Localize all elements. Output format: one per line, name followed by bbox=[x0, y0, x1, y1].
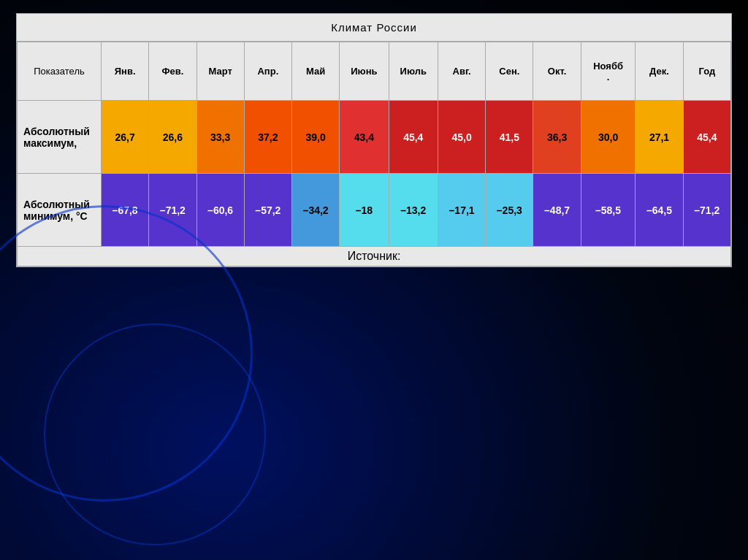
col-header-dec: Дек. bbox=[636, 42, 683, 101]
min-row: Абсолютный минимум, °С–67,8–71,2–60,6–57… bbox=[18, 174, 731, 247]
data-cell: –64,5 bbox=[636, 174, 683, 247]
data-cell: –71,2 bbox=[683, 174, 730, 247]
data-cell: 26,7 bbox=[102, 101, 149, 174]
col-header-aug: Авг. bbox=[438, 42, 485, 101]
data-cell: –13,2 bbox=[389, 174, 438, 247]
data-cell: 27,1 bbox=[636, 101, 683, 174]
data-cell: –67,8 bbox=[102, 174, 149, 247]
data-cell: –17,1 bbox=[438, 174, 485, 247]
climate-table: Показатель Янв. Фев. Март Апр. Май Июнь … bbox=[17, 42, 731, 266]
data-cell: 30,0 bbox=[581, 101, 636, 174]
col-header-indicator: Показатель bbox=[18, 42, 102, 101]
data-cell: 41,5 bbox=[486, 101, 533, 174]
data-cell: –25,3 bbox=[486, 174, 533, 247]
data-cell: 26,6 bbox=[149, 101, 196, 174]
col-header-may: Май bbox=[292, 42, 340, 101]
min-indicator: Абсолютный минимум, °С bbox=[18, 174, 102, 247]
data-cell: –71,2 bbox=[149, 174, 196, 247]
max-indicator: Абсолютный максимум, bbox=[18, 101, 102, 174]
table-title: Климат России bbox=[17, 14, 731, 42]
data-cell: 45,0 bbox=[438, 101, 485, 174]
data-cell: 45,4 bbox=[683, 101, 730, 174]
header-row: Показатель Янв. Фев. Март Апр. Май Июнь … bbox=[18, 42, 731, 101]
max-row: Абсолютный максимум,26,726,633,337,239,0… bbox=[18, 101, 731, 174]
col-header-jun: Июнь bbox=[340, 42, 389, 101]
data-cell: 36,3 bbox=[533, 101, 581, 174]
data-cell: –48,7 bbox=[533, 174, 581, 247]
data-cell: –58,5 bbox=[581, 174, 636, 247]
col-header-oct: Окт. bbox=[533, 42, 581, 101]
data-cell: –57,2 bbox=[244, 174, 291, 247]
data-cell: 39,0 bbox=[292, 101, 340, 174]
data-cell: 45,4 bbox=[389, 101, 438, 174]
climate-table-container: Климат России Показатель Янв. Фев. Март … bbox=[16, 13, 732, 267]
col-header-mar: Март bbox=[196, 42, 244, 101]
col-header-year: Год bbox=[683, 42, 730, 101]
data-cell: 33,3 bbox=[196, 101, 244, 174]
data-cell: –34,2 bbox=[292, 174, 340, 247]
col-header-feb: Фев. bbox=[149, 42, 196, 101]
data-cell: 43,4 bbox=[340, 101, 389, 174]
data-cell: –18 bbox=[340, 174, 389, 247]
col-header-jul: Июль bbox=[389, 42, 438, 101]
col-header-apr: Апр. bbox=[244, 42, 291, 101]
col-header-sep: Сен. bbox=[486, 42, 533, 101]
source-label: Источник: bbox=[18, 247, 731, 266]
col-header-jan: Янв. bbox=[102, 42, 149, 101]
data-cell: 37,2 bbox=[244, 101, 291, 174]
footer-row: Источник: bbox=[18, 247, 731, 266]
data-cell: –60,6 bbox=[196, 174, 244, 247]
col-header-nov: Ноябб. bbox=[581, 42, 636, 101]
